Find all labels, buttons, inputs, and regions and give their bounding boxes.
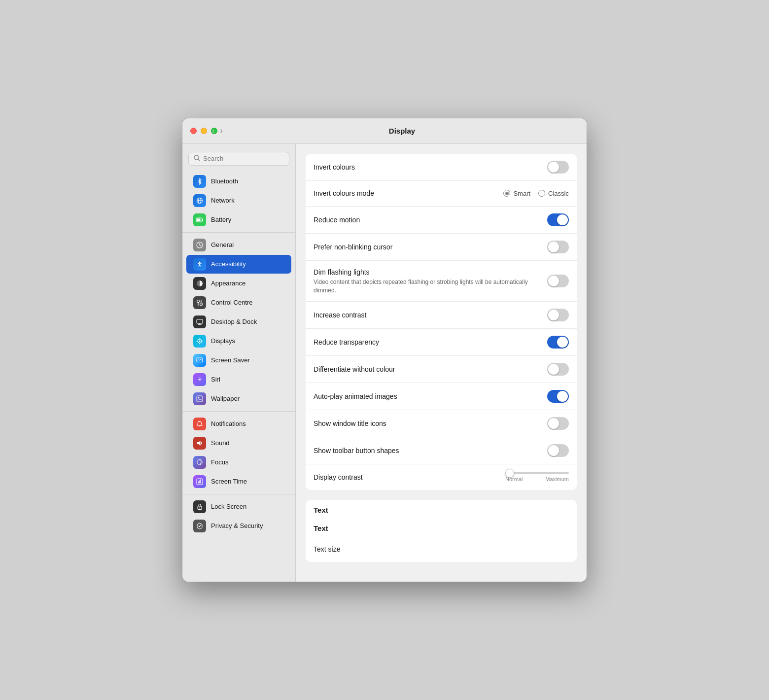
toggle-increase-contrast[interactable] [547, 309, 569, 321]
sidebar-item-bluetooth[interactable]: Bluetooth [186, 172, 291, 191]
siri-icon [193, 373, 206, 386]
row-control-invert-colours-mode: SmartClassic [503, 190, 569, 197]
sidebar-item-general[interactable]: General [186, 236, 291, 254]
svg-point-12 [200, 303, 203, 305]
back-button[interactable]: ‹ [210, 125, 217, 136]
settings-row-window-title-icons: Show window title icons [306, 410, 577, 437]
row-sublabel-dim-flashing: Video content that depicts repeated flas… [314, 278, 541, 295]
settings-row-prefer-non-blinking: Prefer non-blinking cursor [306, 234, 577, 261]
toggle-autoplay-animated[interactable] [547, 390, 569, 403]
lockscreen-icon [193, 500, 206, 513]
settings-row-differentiate-colour: Differentiate without colour [306, 356, 577, 383]
radio-label-classic: Classic [548, 190, 569, 197]
sidebar-label-displays: Displays [211, 337, 235, 345]
sidebar-label-control-centre: Control Centre [211, 299, 253, 306]
row-label-invert-colours: Invert colours [314, 163, 355, 171]
radio-option-smart[interactable]: Smart [503, 190, 530, 197]
svg-point-23 [199, 421, 200, 422]
appearance-icon [193, 277, 206, 290]
sidebar-item-focus[interactable]: Focus [186, 453, 291, 472]
toggle-differentiate-colour[interactable] [547, 363, 569, 376]
sidebar-item-wallpaper[interactable]: Wallpaper [186, 389, 291, 408]
row-label-invert-colours-mode: Invert colours mode [314, 189, 374, 197]
radio-circle-classic [538, 190, 545, 197]
toggle-dim-flashing[interactable] [547, 275, 569, 287]
search-icon [194, 155, 200, 163]
sidebar-item-accessibility[interactable]: Accessibility [186, 255, 291, 274]
sound-icon [193, 437, 206, 450]
sidebar-item-screentime[interactable]: Screen Time [186, 472, 291, 491]
window-title: Display [389, 127, 415, 135]
sidebar-item-desktop[interactable]: Desktop & Dock [186, 313, 291, 331]
screentime-icon [193, 475, 206, 488]
sidebar-item-lockscreen[interactable]: Lock Screen [186, 497, 291, 516]
row-content-increase-contrast: Increase contrast [314, 311, 541, 319]
text-size-label: Text size [314, 545, 340, 553]
slider-min-label-display-contrast: Normal [505, 476, 523, 482]
forward-button[interactable]: › [218, 125, 225, 136]
settings-row-autoplay-animated: Auto-play animated images [306, 383, 577, 410]
wallpaper-icon [193, 392, 206, 405]
sidebar-divider [182, 232, 295, 233]
close-button[interactable] [190, 128, 197, 134]
sidebar-divider [182, 411, 295, 412]
row-label-dim-flashing: Dim flashing lights [314, 268, 370, 276]
desktop-icon [193, 315, 206, 328]
row-label-prefer-non-blinking: Prefer non-blinking cursor [314, 243, 392, 251]
svg-point-22 [198, 397, 200, 398]
sidebar-item-siri[interactable]: Siri [186, 370, 291, 389]
sidebar-item-appearance[interactable]: Appearance [186, 274, 291, 293]
sidebar-item-battery[interactable]: Battery [186, 210, 291, 229]
sidebar-label-network: Network [211, 197, 235, 204]
settings-row-reduce-transparency: Reduce transparency [306, 329, 577, 356]
toggle-toolbar-button-shapes[interactable] [547, 444, 569, 457]
row-control-toolbar-button-shapes [547, 444, 569, 457]
row-label-increase-contrast: Increase contrast [314, 311, 366, 319]
search-input[interactable] [203, 155, 284, 162]
radio-group-invert-colours-mode: SmartClassic [503, 190, 569, 197]
screensaver-icon [193, 354, 206, 367]
bluetooth-icon [193, 175, 206, 188]
sidebar-item-control-centre[interactable]: Control Centre [186, 293, 291, 312]
sidebar-label-bluetooth: Bluetooth [211, 177, 238, 185]
settings-row-display-contrast: Display contrastNormalMaximum [306, 464, 577, 490]
privacy-icon [193, 520, 206, 532]
svg-point-11 [197, 300, 200, 302]
svg-rect-21 [197, 396, 203, 402]
toggle-reduce-transparency[interactable] [547, 336, 569, 349]
toggle-reduce-motion[interactable] [547, 213, 569, 226]
svg-point-25 [199, 507, 200, 508]
accessibility-icon [193, 258, 206, 271]
sidebar-label-wallpaper: Wallpaper [211, 395, 240, 402]
titlebar: ‹ › Display [182, 118, 587, 144]
row-content-reduce-motion: Reduce motion [314, 215, 541, 224]
radio-option-classic[interactable]: Classic [538, 190, 569, 197]
radio-circle-smart [503, 190, 510, 197]
displays-icon [193, 335, 206, 348]
sidebar-item-screensaver[interactable]: Screen Saver [186, 351, 291, 370]
minimize-button[interactable] [201, 128, 207, 134]
row-control-differentiate-colour [547, 363, 569, 376]
sidebar-item-privacy[interactable]: Privacy & Security [186, 517, 291, 535]
row-content-invert-colours: Invert colours [314, 163, 541, 172]
slider-display-contrast[interactable] [505, 472, 569, 474]
toggle-invert-colours[interactable] [547, 161, 569, 174]
row-control-reduce-motion [547, 213, 569, 226]
search-box[interactable] [188, 152, 289, 166]
toggle-prefer-non-blinking[interactable] [547, 241, 569, 253]
sidebar-items-list: BluetoothNetworkBatteryGeneralAccessibil… [182, 172, 295, 535]
settings-row-toolbar-button-shapes: Show toolbar button shapes [306, 437, 577, 464]
slider-labels-display-contrast: NormalMaximum [505, 476, 569, 482]
svg-point-9 [199, 261, 201, 263]
sidebar-item-notifications[interactable]: Notifications [186, 415, 291, 433]
row-control-window-title-icons [547, 417, 569, 430]
sidebar-item-network[interactable]: Network [186, 191, 291, 210]
settings-row-increase-contrast: Increase contrast [306, 302, 577, 329]
nav-buttons: ‹ › [210, 125, 225, 136]
sidebar: BluetoothNetworkBatteryGeneralAccessibil… [182, 144, 296, 582]
toggle-window-title-icons[interactable] [547, 417, 569, 430]
sidebar-item-displays[interactable]: Displays [186, 332, 291, 350]
row-label-window-title-icons: Show window title icons [314, 420, 386, 427]
svg-point-19 [199, 340, 201, 342]
sidebar-item-sound[interactable]: Sound [186, 434, 291, 453]
